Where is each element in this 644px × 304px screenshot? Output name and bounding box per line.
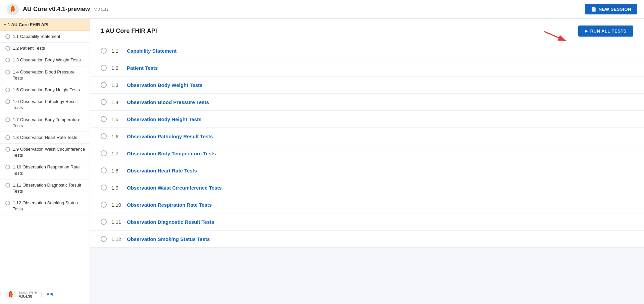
test-link-1.3[interactable]: Observation Body Weight Tests (127, 82, 202, 88)
sidebar-item-1.9[interactable]: 1.9 Observation Waist Circumference Test… (0, 144, 90, 161)
test-link-1.8[interactable]: Observation Heart Rate Tests (127, 168, 197, 173)
main-content: 1 AU Core FHIR API (90, 19, 644, 304)
test-item-1.10[interactable]: 1.10 Observation Respiration Rate Tests (90, 196, 644, 213)
sidebar-item-label-1.12: 1.12 Observation Smoking Status Tests (13, 200, 86, 212)
sidebar: ▾ 1 AU Core FHIR API 1.1 Capability Stat… (0, 19, 90, 304)
main-header-wrapper: 1 AU Core FHIR API (90, 19, 644, 42)
chevron-down-icon: ▾ (4, 23, 6, 27)
inferno-version: V.0.4.38 (19, 294, 37, 298)
sidebar-item-1.1[interactable]: 1.1 Capability Statement (0, 31, 90, 43)
app-logo-icon (7, 3, 19, 15)
test-link-1.6[interactable]: Observation Pathology Result Tests (127, 134, 213, 139)
sidebar-item-label-1.5: 1.5 Observation Body Height Tests (13, 87, 80, 93)
test-number-1.8: 1.8 (111, 168, 122, 173)
run-all-label: RUN ALL TESTS (590, 29, 627, 34)
test-number-1.2: 1.2 (111, 65, 122, 71)
test-radio-1.10 (101, 202, 107, 208)
test-radio-1.2 (101, 65, 107, 71)
sidebar-item-1.10[interactable]: 1.10 Observation Respiration Rate Tests (0, 161, 90, 179)
sidebar-radio-1.8 (5, 135, 10, 140)
sidebar-item-1.4[interactable]: 1.4 Observation Blood Pressure Tests (0, 66, 90, 84)
sidebar-item-1.3[interactable]: 1.3 Observation Body Weight Tests (0, 54, 90, 66)
test-number-1.10: 1.10 (111, 202, 122, 208)
sidebar-item-label-1.11: 1.11 Observation Diagnostic Result Tests (13, 182, 86, 194)
sidebar-item-1.7[interactable]: 1.7 Observation Body Temperature Tests (0, 114, 90, 132)
sidebar-radio-1.11 (5, 183, 10, 188)
test-radio-1.1 (101, 48, 107, 54)
sidebar-item-label-1.8: 1.8 Observation Heart Rate Tests (13, 135, 77, 141)
test-link-1.5[interactable]: Observation Body Height Tests (127, 116, 201, 122)
test-number-1.11: 1.11 (111, 219, 122, 225)
sidebar-item-1.6[interactable]: 1.6 Observation Pathology Result Tests (0, 96, 90, 114)
run-all-wrapper: ▶ RUN ALL TESTS (578, 26, 633, 37)
test-link-1.1[interactable]: Capability Statement (127, 48, 177, 54)
test-item-1.11[interactable]: 1.11 Observation Diagnostic Result Tests (90, 213, 644, 231)
test-radio-1.12 (101, 236, 107, 242)
new-session-button[interactable]: 📄 NEW SESSION (585, 4, 637, 14)
sidebar-item-1.12[interactable]: 1.12 Observation Smoking Status Tests (0, 197, 90, 215)
test-link-1.12[interactable]: Observation Smoking Status Tests (127, 236, 210, 242)
sidebar-item-label-1.3: 1.3 Observation Body Weight Tests (13, 57, 81, 63)
test-item-1.2[interactable]: 1.2 Patient Tests (90, 59, 644, 77)
sidebar-item-label-1.6: 1.6 Observation Pathology Result Tests (13, 99, 86, 111)
test-item-1.8[interactable]: 1.8 Observation Heart Rate Tests (90, 162, 644, 179)
sidebar-group-label: 1 AU Core FHIR API (8, 22, 48, 27)
sidebar-radio-1.12 (5, 201, 10, 205)
play-icon: ▶ (585, 29, 588, 33)
sidebar-radio-1.1 (5, 34, 10, 39)
main-group-title: 1 AU Core FHIR API (101, 28, 157, 35)
sidebar-group-header[interactable]: ▾ 1 AU Core FHIR API (0, 19, 90, 31)
test-link-1.11[interactable]: Observation Diagnostic Result Tests (127, 219, 214, 225)
test-radio-1.6 (101, 133, 107, 139)
test-radio-1.4 (101, 99, 107, 105)
test-item-1.1[interactable]: 1.1 Capability Statement (90, 42, 644, 59)
test-link-1.4[interactable]: Observation Blood Pressure Tests (127, 99, 209, 105)
sidebar-content: ▾ 1 AU Core FHIR API 1.1 Capability Stat… (0, 19, 90, 285)
test-link-1.9[interactable]: Observation Waist Circumference Tests (127, 185, 222, 191)
sidebar-item-1.5[interactable]: 1.5 Observation Body Height Tests (0, 84, 90, 96)
test-radio-1.3 (101, 82, 107, 88)
test-radio-1.8 (101, 167, 107, 173)
test-link-1.10[interactable]: Observation Respiration Rate Tests (127, 202, 212, 208)
sidebar-item-label-1.7: 1.7 Observation Body Temperature Tests (13, 117, 86, 129)
built-with-label: BUILT WITH (19, 291, 37, 294)
test-item-1.9[interactable]: 1.9 Observation Waist Circumference Test… (90, 179, 644, 196)
test-item-1.6[interactable]: 1.6 Observation Pathology Result Tests (90, 128, 644, 145)
test-number-1.6: 1.6 (111, 134, 122, 139)
sidebar-radio-1.5 (5, 88, 10, 92)
app-version: V.0.0.11 (94, 7, 109, 12)
test-list: 1.1 Capability Statement 1.2 Patient Tes… (90, 42, 644, 248)
separator: | (41, 292, 42, 297)
run-all-tests-button[interactable]: ▶ RUN ALL TESTS (578, 26, 633, 37)
built-with-info: BUILT WITH V.0.4.38 (19, 291, 37, 298)
api-link[interactable]: API (47, 292, 53, 297)
sidebar-radio-1.6 (5, 99, 10, 104)
new-session-icon: 📄 (591, 7, 597, 12)
test-link-1.7[interactable]: Observation Body Temperature Tests (127, 151, 216, 156)
sidebar-radio-1.7 (5, 117, 10, 122)
sidebar-item-label-1.4: 1.4 Observation Blood Pressure Tests (13, 69, 86, 81)
test-item-1.3[interactable]: 1.3 Observation Body Weight Tests (90, 77, 644, 94)
app-title: AU Core v0.4.1-preview (23, 6, 90, 13)
header-left: AU Core v0.4.1-preview V.0.0.11 (7, 3, 109, 15)
test-number-1.9: 1.9 (111, 185, 122, 191)
sidebar-radio-1.4 (5, 70, 10, 74)
test-item-1.5[interactable]: 1.5 Observation Body Height Tests (90, 111, 644, 128)
test-item-1.12[interactable]: 1.12 Observation Smoking Status Tests (90, 231, 644, 248)
sidebar-item-1.2[interactable]: 1.2 Patient Tests (0, 43, 90, 54)
sidebar-item-label-1.1: 1.1 Capability Statement (13, 34, 60, 40)
inferno-logo-icon (5, 289, 16, 300)
test-radio-1.11 (101, 219, 107, 225)
new-session-label: NEW SESSION (599, 7, 631, 12)
sidebar-items-container: 1.1 Capability Statement 1.2 Patient Tes… (0, 31, 90, 215)
test-item-1.4[interactable]: 1.4 Observation Blood Pressure Tests (90, 94, 644, 111)
test-item-1.7[interactable]: 1.7 Observation Body Temperature Tests (90, 145, 644, 162)
test-link-1.2[interactable]: Patient Tests (127, 65, 158, 71)
sidebar-footer: BUILT WITH V.0.4.38 | API (0, 285, 90, 304)
app-header: AU Core v0.4.1-preview V.0.0.11 📄 NEW SE… (0, 0, 644, 19)
sidebar-item-1.11[interactable]: 1.11 Observation Diagnostic Result Tests (0, 180, 90, 197)
test-radio-1.9 (101, 185, 107, 191)
test-radio-1.7 (101, 150, 107, 156)
test-number-1.12: 1.12 (111, 236, 122, 242)
sidebar-item-1.8[interactable]: 1.8 Observation Heart Rate Tests (0, 132, 90, 144)
